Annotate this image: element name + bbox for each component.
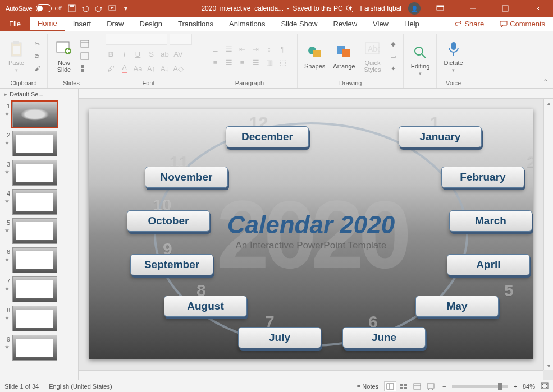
normal-view-icon[interactable] (384, 381, 396, 391)
slide-thumbnail[interactable] (12, 276, 57, 302)
font-family-combo[interactable] (106, 34, 167, 45)
undo-icon[interactable] (81, 4, 90, 13)
reading-view-icon[interactable] (411, 381, 423, 391)
month-button-june[interactable]: June (342, 327, 426, 348)
smartart-icon[interactable]: ⬚ (277, 57, 289, 68)
layout-icon[interactable] (79, 39, 90, 49)
editing-button[interactable]: Editing ▾ (408, 41, 432, 77)
shape-outline-icon[interactable]: ▭ (387, 51, 399, 61)
maximize-icon[interactable] (492, 0, 518, 17)
autosave-toggle[interactable]: AutoSave Off (6, 4, 62, 12)
new-slide-button[interactable]: New Slide (52, 38, 76, 74)
tab-design[interactable]: Design (132, 17, 170, 31)
grow-font-icon[interactable]: A↑ (146, 63, 157, 74)
paste-button[interactable]: Paste ▾ (4, 38, 28, 74)
justify-icon[interactable]: ☰ (250, 57, 262, 68)
month-button-april[interactable]: April (447, 254, 530, 275)
tab-animations[interactable]: Animations (221, 17, 273, 31)
font-size-combo[interactable] (170, 34, 192, 45)
month-button-november[interactable]: November (145, 167, 228, 188)
zoom-out-icon[interactable]: − (442, 383, 446, 390)
tab-home[interactable]: Home (30, 17, 65, 31)
italic-icon[interactable]: I (119, 48, 130, 59)
shadow-icon[interactable]: ab (159, 48, 171, 59)
zoom-level[interactable]: 84% (523, 383, 535, 390)
slide-counter[interactable]: Slide 1 of 34 (4, 383, 39, 390)
tab-insert[interactable]: Insert (65, 17, 99, 31)
month-button-august[interactable]: August (164, 296, 247, 317)
change-case-icon[interactable]: Aa (132, 63, 144, 74)
section-icon[interactable] (79, 63, 90, 73)
highlight-icon[interactable]: 🖊 (106, 63, 117, 74)
shape-effects-icon[interactable]: ✦ (387, 63, 399, 73)
shapes-button[interactable]: Shapes (302, 41, 327, 71)
slide-thumbnail[interactable] (12, 247, 57, 273)
zoom-slider[interactable] (452, 385, 508, 388)
indent-dec-icon[interactable]: ⇤ (237, 43, 248, 54)
notes-button[interactable]: ≡ Notes (357, 383, 378, 390)
columns-icon[interactable]: ▥ (264, 57, 275, 68)
comments-button[interactable]: Comments (492, 17, 553, 31)
minimize-icon[interactable] (460, 0, 486, 17)
line-spacing-icon[interactable]: ↕ (264, 43, 275, 54)
reset-icon[interactable] (79, 51, 90, 61)
user-name[interactable]: Farshad Iqbal (360, 4, 401, 12)
thumbnail-row[interactable]: 8 ★ (0, 304, 68, 333)
format-painter-icon[interactable]: 🖌 (31, 63, 43, 73)
close-icon[interactable] (525, 0, 551, 17)
thumbnail-row[interactable]: 4 ★ (0, 187, 68, 216)
ribbon-display-icon[interactable] (427, 0, 453, 17)
section-header[interactable]: Default Se... (0, 89, 68, 100)
month-button-september[interactable]: September (130, 254, 213, 275)
text-direction-icon[interactable]: ¶ (277, 43, 289, 54)
tab-slide-show[interactable]: Slide Show (273, 17, 325, 31)
collapse-ribbon-icon[interactable]: ⌃ (543, 78, 549, 86)
align-left-icon[interactable]: ≡ (210, 57, 221, 68)
thumbnail-row[interactable]: 9 ★ (0, 333, 68, 362)
thumbnail-row[interactable]: 7 ★ (0, 275, 68, 304)
tab-view[interactable]: View (365, 17, 396, 31)
tab-review[interactable]: Review (325, 17, 365, 31)
dictate-button[interactable]: Dictate ▾ (441, 38, 465, 74)
vertical-scrollbar[interactable]: ▴▾ (543, 99, 553, 370)
strike-icon[interactable]: S (146, 48, 157, 59)
thumbnail-row[interactable]: 6 ★ (0, 246, 68, 275)
slideshow-start-icon[interactable] (108, 4, 117, 13)
align-right-icon[interactable]: ≡ (237, 57, 248, 68)
slideshow-view-icon[interactable] (424, 381, 437, 391)
month-button-july[interactable]: July (238, 327, 321, 348)
arrange-button[interactable]: Arrange (331, 41, 357, 71)
copy-icon[interactable]: ⧉ (31, 51, 43, 61)
thumbnail-row[interactable]: 3 ★ (0, 158, 68, 187)
language-status[interactable]: English (United States) (49, 383, 112, 390)
indent-inc-icon[interactable]: ⇥ (250, 43, 262, 54)
month-button-may[interactable]: May (415, 296, 499, 317)
clear-format-icon[interactable]: A◇ (173, 63, 184, 74)
share-button[interactable]: Share (446, 17, 492, 31)
redo-icon[interactable] (94, 4, 103, 13)
bold-icon[interactable]: B (106, 48, 117, 59)
month-button-october[interactable]: October (127, 210, 210, 232)
slide-thumbnail[interactable] (12, 189, 57, 215)
shrink-font-icon[interactable]: A↓ (159, 63, 171, 74)
month-button-february[interactable]: February (441, 167, 524, 188)
thumbnail-row[interactable]: 2 ★ (0, 129, 68, 158)
spacing-icon[interactable]: AV (173, 48, 184, 59)
thumbnail-row[interactable]: 1 ★ (0, 100, 68, 129)
slide-thumbnail[interactable] (12, 160, 57, 186)
search-icon[interactable] (345, 4, 354, 13)
month-button-december[interactable]: December (226, 126, 309, 147)
user-avatar[interactable]: 👤 (408, 2, 421, 15)
tab-draw[interactable]: Draw (99, 17, 131, 31)
tab-transitions[interactable]: Transitions (170, 17, 221, 31)
tab-file[interactable]: File (0, 17, 30, 31)
slide-canvas[interactable]: 2020 Calendar 2020 An Interactive PowerP… (89, 109, 533, 359)
quick-styles-button[interactable]: Abc Quick Styles (360, 38, 384, 74)
font-color-icon[interactable]: A (119, 63, 130, 74)
thumbnail-row[interactable]: 5 ★ (0, 216, 68, 246)
cut-icon[interactable]: ✂ (31, 39, 43, 49)
numbering-icon[interactable]: ☰ (223, 43, 235, 54)
underline-icon[interactable]: U (132, 48, 144, 59)
month-button-january[interactable]: January (399, 126, 482, 147)
align-center-icon[interactable]: ☰ (223, 57, 235, 68)
